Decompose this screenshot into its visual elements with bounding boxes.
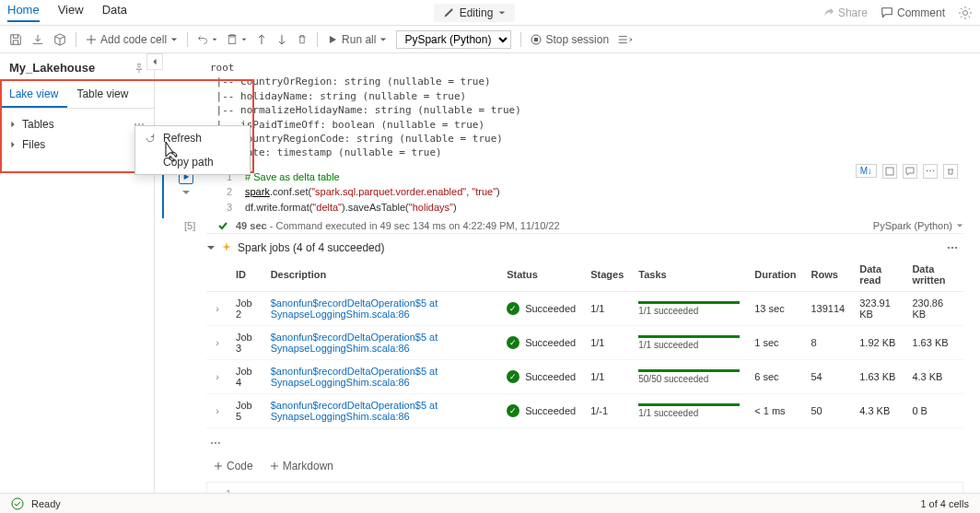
undo-icon bbox=[197, 34, 208, 45]
job-description-link[interactable]: $anonfun$recordDeltaOperation$5 at Synap… bbox=[271, 400, 438, 422]
pin-icon[interactable] bbox=[134, 63, 145, 74]
stop-icon bbox=[531, 34, 542, 45]
job-description-link[interactable]: $anonfun$recordDeltaOperation$5 at Synap… bbox=[271, 366, 438, 388]
table-row[interactable]: › Job 2 $anonfun$recordDeltaOperation$5 … bbox=[206, 292, 963, 326]
variables-icon[interactable] bbox=[618, 33, 633, 46]
caret-right-icon bbox=[9, 121, 17, 128]
lakehouse-sidebar: My_Lakehouse Lake view Table view Tables… bbox=[0, 53, 155, 493]
plus-icon bbox=[270, 461, 279, 471]
empty-code-cell[interactable]: [ ] 1 Press shift + enter to run PySpark… bbox=[162, 482, 963, 493]
ellipsis: … bbox=[206, 428, 963, 447]
job-description-link[interactable]: $anonfun$recordDeltaOperation$5 at Synap… bbox=[271, 297, 438, 320]
expand-row-icon[interactable]: › bbox=[206, 394, 228, 428]
top-menu-bar: Home View Data Editing Share Comment bbox=[0, 0, 980, 26]
job-description-link[interactable]: $anonfun$recordDeltaOperation$5 at Synap… bbox=[271, 332, 438, 354]
undo-button[interactable] bbox=[197, 34, 217, 45]
tab-home[interactable]: Home bbox=[7, 3, 40, 22]
share-icon bbox=[822, 6, 834, 19]
chevron-down-icon bbox=[206, 243, 216, 252]
cell-toolbar-icon[interactable] bbox=[882, 164, 897, 179]
plus-icon bbox=[214, 461, 223, 471]
pencil-icon bbox=[443, 7, 454, 18]
ctx-copy-path[interactable]: Copy path bbox=[135, 150, 250, 174]
chevron-down-icon[interactable] bbox=[181, 188, 191, 197]
chevron-down-icon bbox=[498, 9, 506, 17]
tab-view[interactable]: View bbox=[58, 3, 84, 22]
arrow-down-icon[interactable] bbox=[276, 34, 287, 45]
success-icon: ✓ bbox=[507, 370, 519, 383]
stop-session-button[interactable]: Stop session bbox=[531, 33, 609, 46]
editing-mode-dropdown[interactable]: Editing bbox=[434, 4, 516, 22]
chevron-down-icon bbox=[379, 36, 387, 43]
success-icon: ✓ bbox=[507, 336, 519, 349]
add-markdown-button[interactable]: Markdown bbox=[270, 460, 333, 472]
comment-button[interactable]: Comment bbox=[881, 6, 945, 19]
expand-row-icon[interactable]: › bbox=[206, 326, 228, 360]
spark-jobs-toggle[interactable]: Spark jobs (4 of 4 succeeded) ⋯ bbox=[206, 238, 963, 258]
spark-jobs-panel: Spark jobs (4 of 4 succeeded) ⋯ ID Descr… bbox=[206, 233, 963, 450]
plus-icon bbox=[86, 34, 97, 45]
lakehouse-title: My_Lakehouse bbox=[9, 61, 95, 75]
trash-icon[interactable] bbox=[943, 164, 958, 179]
svg-rect-4 bbox=[534, 38, 538, 41]
status-bar: Ready 1 of 4 cells bbox=[0, 493, 980, 513]
add-code-button[interactable]: Code bbox=[214, 460, 253, 472]
comment-icon bbox=[881, 6, 893, 19]
table-row[interactable]: › Job 4 $anonfun$recordDeltaOperation$5 … bbox=[206, 360, 963, 394]
lake-view-tab[interactable]: Lake view bbox=[0, 82, 67, 108]
clipboard-icon bbox=[227, 34, 238, 45]
arrow-up-icon[interactable] bbox=[256, 34, 267, 45]
expand-row-icon[interactable]: › bbox=[206, 292, 228, 326]
tab-data[interactable]: Data bbox=[102, 3, 127, 22]
play-icon bbox=[327, 34, 338, 45]
paste-button[interactable] bbox=[227, 34, 247, 45]
editing-label: Editing bbox=[460, 6, 494, 19]
svg-rect-5 bbox=[886, 168, 893, 175]
markdown-badge[interactable]: M↓ bbox=[856, 164, 877, 178]
more-icon[interactable]: ⋯ bbox=[923, 164, 938, 179]
expand-row-icon[interactable]: › bbox=[206, 360, 228, 394]
svg-point-0 bbox=[962, 10, 967, 15]
language-select[interactable]: PySpark (Python) bbox=[396, 30, 511, 49]
trash-icon[interactable] bbox=[297, 34, 308, 45]
add-cell-row: Code Markdown bbox=[162, 450, 963, 482]
status-text: Ready bbox=[31, 498, 61, 509]
more-icon[interactable]: ⋯ bbox=[947, 241, 958, 254]
context-menu: Refresh Copy path bbox=[134, 125, 251, 175]
spark-jobs-table: ID Description Status Stages Tasks Durat… bbox=[206, 258, 963, 428]
execution-status: [5] 49 sec - Command executed in 49 sec … bbox=[162, 218, 963, 233]
save-icon[interactable] bbox=[9, 33, 22, 46]
svg-point-6 bbox=[12, 498, 23, 509]
chevron-down-icon bbox=[170, 36, 178, 43]
table-row[interactable]: › Job 3 $anonfun$recordDeltaOperation$5 … bbox=[206, 326, 963, 360]
table-row[interactable]: › Job 5 $anonfun$recordDeltaOperation$5 … bbox=[206, 394, 963, 428]
run-all-button[interactable]: Run all bbox=[327, 33, 387, 46]
notebook-area: root |-- countryOrRegion: string (nullab… bbox=[155, 53, 980, 493]
schema-output: root |-- countryOrRegion: string (nullab… bbox=[210, 61, 963, 160]
success-icon: ✓ bbox=[507, 404, 519, 417]
refresh-icon bbox=[145, 133, 156, 144]
add-code-cell-button[interactable]: Add code cell bbox=[86, 33, 178, 46]
caret-right-icon bbox=[9, 141, 17, 148]
ctx-refresh[interactable]: Refresh bbox=[135, 126, 250, 150]
code-cell: M↓ ⋯ 1# Save as delta table 2spark.conf.… bbox=[162, 166, 963, 451]
cube-icon[interactable] bbox=[53, 33, 66, 46]
chevron-down-icon[interactable] bbox=[956, 222, 963, 229]
tree-tables[interactable]: Tables ⋯ bbox=[4, 114, 150, 134]
spark-icon bbox=[221, 242, 232, 253]
table-view-tab[interactable]: Table view bbox=[67, 82, 137, 108]
code-editor[interactable]: 1# Save as delta table 2spark.conf.set("… bbox=[208, 166, 963, 219]
cell-toolbar-icon[interactable] bbox=[903, 164, 917, 179]
success-icon: ✓ bbox=[507, 302, 519, 315]
check-circle-icon bbox=[11, 497, 24, 510]
download-icon[interactable] bbox=[31, 33, 44, 46]
check-icon bbox=[217, 220, 228, 231]
tree-files[interactable]: Files bbox=[4, 134, 150, 155]
share-button[interactable]: Share bbox=[822, 6, 868, 19]
cell-count: 1 of 4 cells bbox=[920, 498, 969, 509]
settings-icon[interactable] bbox=[958, 6, 973, 20]
notebook-toolbar: Add code cell Run all PySpark (Python) S… bbox=[0, 26, 980, 53]
